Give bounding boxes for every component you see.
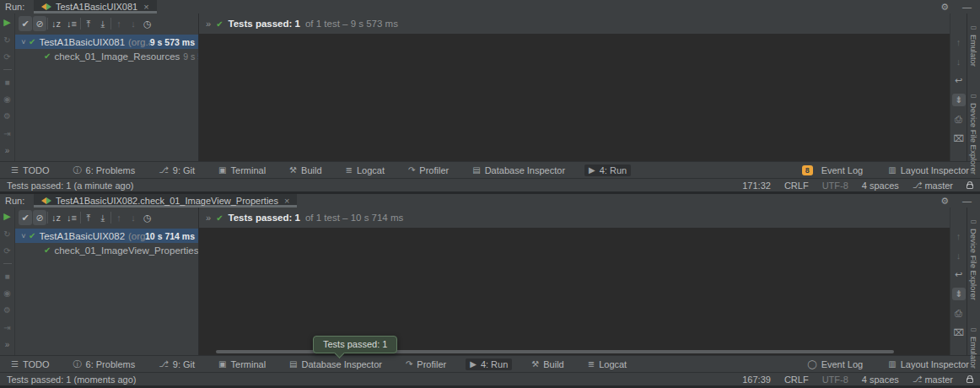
toolwindow-button-emulator[interactable]: ▭Emulator [969, 326, 978, 369]
layout-inspector-button[interactable]: ▥Layout Inspector [884, 164, 973, 176]
toolwindow-build[interactable]: ⚒Build [285, 164, 326, 176]
stop-icon[interactable]: ■ [2, 77, 13, 87]
caret-position[interactable]: 171:32 [742, 181, 771, 191]
test-suite-row[interactable]: ˅ ✔ TestA1BasicUIX081 (org.aplas.basica … [15, 35, 198, 49]
show-passed-icon[interactable]: ✔ [19, 210, 32, 225]
lock-icon[interactable] [967, 378, 973, 383]
print-icon[interactable]: ⎙ [952, 307, 966, 320]
close-icon[interactable]: × [284, 196, 289, 206]
settings-gear-icon[interactable]: ⚙ [940, 2, 949, 13]
toolwindow-profiler[interactable]: ↷Profiler [404, 164, 453, 176]
toolwindow-terminal[interactable]: ▣Terminal [214, 358, 270, 370]
sort-alphabetically-icon[interactable]: ↓z [49, 210, 63, 225]
toolwindow-button-device-file-explorer[interactable]: ▭Device File Explorer [969, 92, 978, 175]
toolwindow-logcat[interactable]: ≣Logcat [584, 358, 631, 370]
close-icon[interactable]: × [143, 2, 148, 12]
toolwindow-build[interactable]: ⚒Build [527, 358, 568, 370]
toolwindow-terminal[interactable]: ▣Terminal [214, 164, 270, 176]
expand-all-icon[interactable]: ⤒ [82, 210, 95, 225]
sort-alphabetically-icon[interactable]: ↓z [49, 16, 63, 31]
run-tab[interactable]: TestA1BasicUIX082.check_01_ImageView_Pro… [34, 194, 297, 207]
separator[interactable] [110, 18, 111, 30]
previous-occurrence-icon[interactable]: ↑ [112, 210, 126, 225]
show-ignored-icon[interactable]: ⊘ [33, 16, 46, 31]
toolwindow-run[interactable]: ▶4: Run [584, 164, 631, 176]
toolwindow-todo[interactable]: ☰TODO [7, 164, 54, 176]
toolwindow-problems[interactable]: ⓘ6: Problems [69, 164, 140, 177]
toolwindow-run[interactable]: ▶4: Run [466, 358, 512, 370]
screenshot-icon[interactable]: ◉ [2, 288, 13, 298]
indent-setting[interactable]: 4 spaces [862, 181, 899, 191]
toolwindow-database-inspector[interactable]: ▤Database Inspector [468, 164, 569, 176]
layout-inspector-button[interactable]: ▥Layout Inspector [884, 358, 973, 370]
toolwindow-git[interactable]: ⎇9: Git [154, 358, 199, 370]
scroll-to-end-icon[interactable]: ⇟ [952, 94, 966, 106]
show-passed-icon[interactable]: ✔ [19, 16, 32, 31]
soft-wrap-icon[interactable]: ↩ [952, 74, 966, 87]
scroll-down-icon[interactable]: ↓ [952, 55, 966, 67]
next-occurrence-icon[interactable]: ↓ [127, 210, 140, 225]
separator[interactable] [47, 18, 48, 30]
rerun-icon[interactable]: ▶ [2, 17, 13, 28]
separator[interactable] [80, 212, 81, 224]
separator[interactable] [2, 69, 13, 70]
import-tests-icon[interactable]: ⇥ [2, 128, 13, 138]
toolwindow-button-device-file-explorer[interactable]: ▭Device File Explorer [969, 218, 978, 300]
collapse-all-icon[interactable]: ⤓ [96, 16, 110, 31]
test-suite-row[interactable]: ˅ ✔ TestA1BasicUIX082 (org.aplas.basica … [15, 229, 198, 243]
more-options-icon[interactable]: » [2, 146, 13, 156]
next-occurrence-icon[interactable]: ↓ [127, 16, 140, 31]
refresh-icon[interactable]: ⟳ [2, 51, 13, 62]
scroll-up-icon[interactable]: ↑ [952, 229, 966, 242]
import-tests-icon[interactable]: ⇥ [2, 322, 13, 332]
toolwindow-todo[interactable]: ☰TODO [7, 358, 54, 370]
stop-icon[interactable]: ■ [2, 271, 13, 281]
git-branch-widget[interactable]: ⎇ master [913, 181, 953, 191]
show-ignored-icon[interactable]: ⊘ [33, 210, 46, 225]
expand-all-icon[interactable]: ⤒ [82, 16, 95, 31]
test-history-icon[interactable]: ◷ [141, 210, 154, 225]
separator[interactable] [110, 212, 111, 224]
scroll-to-end-icon[interactable]: ⇟ [952, 288, 966, 300]
collapse-all-icon[interactable]: ⤓ [96, 210, 110, 225]
rerun-failed-tests-icon[interactable]: ↻ [2, 229, 13, 239]
sort-by-duration-icon[interactable]: ↓≡ [64, 16, 79, 31]
toolwindow-button-emulator[interactable]: ▭Emulator [969, 24, 978, 67]
test-settings-icon[interactable]: ⚙ [2, 111, 13, 121]
indent-setting[interactable]: 4 spaces [862, 375, 899, 385]
test-history-icon[interactable]: ◷ [141, 16, 154, 31]
event-log-button[interactable]: 8Event Log [798, 164, 868, 176]
git-branch-widget[interactable]: ⎇ master [913, 375, 953, 385]
refresh-icon[interactable]: ⟳ [2, 245, 13, 256]
test-case-row[interactable]: ✔ check_01_ImageView_Properties 10 s 714… [15, 243, 198, 257]
separator[interactable] [47, 212, 48, 224]
caret-position[interactable]: 167:39 [742, 375, 771, 385]
more-options-icon[interactable]: » [2, 340, 13, 350]
line-ending[interactable]: CRLF [784, 375, 809, 385]
print-icon[interactable]: ⎙ [952, 113, 966, 126]
minimize-icon[interactable]: — [962, 2, 972, 12]
file-encoding[interactable]: UTF-8 [822, 181, 848, 191]
clear-all-icon[interactable]: ⌧ [952, 326, 966, 339]
run-tab[interactable]: TestA1BasicUIX081 × [34, 0, 157, 13]
screenshot-icon[interactable]: ◉ [2, 94, 13, 104]
scroll-down-icon[interactable]: ↓ [952, 249, 966, 261]
rerun-failed-tests-icon[interactable]: ↻ [2, 35, 13, 45]
toolwindow-database-inspector[interactable]: ▤Database Inspector [285, 358, 386, 370]
rerun-icon[interactable]: ▶ [2, 211, 13, 222]
toolwindow-git[interactable]: ⎇9: Git [154, 164, 199, 176]
previous-occurrence-icon[interactable]: ↑ [112, 16, 126, 31]
chevron-down-icon[interactable]: ˅ [19, 232, 29, 240]
scroll-up-icon[interactable]: ↑ [952, 35, 966, 48]
minimize-icon[interactable]: — [962, 196, 972, 206]
file-encoding[interactable]: UTF-8 [822, 375, 848, 385]
separator[interactable] [2, 263, 13, 264]
clear-all-icon[interactable]: ⌧ [952, 132, 966, 145]
soft-wrap-icon[interactable]: ↩ [952, 268, 966, 281]
test-case-row[interactable]: ✔ check_01_Image_Resources 9 s 573 ms [15, 49, 198, 63]
settings-gear-icon[interactable]: ⚙ [940, 196, 949, 207]
toolwindow-problems[interactable]: ⓘ6: Problems [69, 358, 140, 371]
chevron-down-icon[interactable]: ˅ [19, 38, 29, 46]
sort-by-duration-icon[interactable]: ↓≡ [64, 210, 79, 225]
test-settings-icon[interactable]: ⚙ [2, 305, 13, 315]
